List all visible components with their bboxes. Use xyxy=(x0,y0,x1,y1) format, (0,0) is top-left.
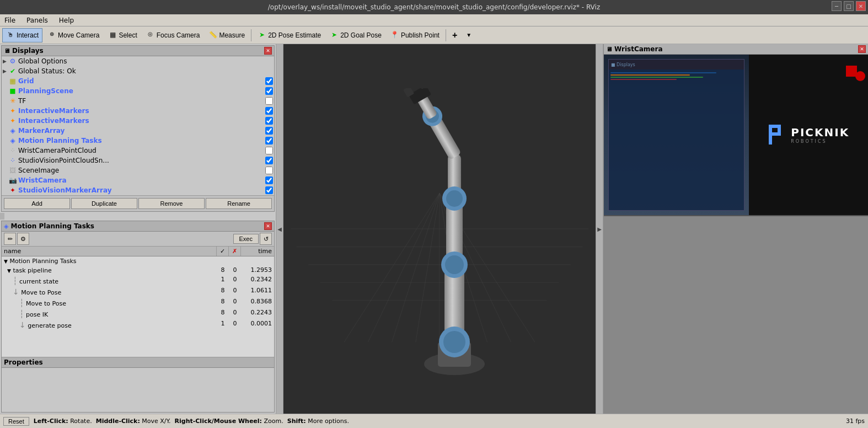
remove-button[interactable]: Remove xyxy=(138,198,205,209)
motion-icon: ◈ xyxy=(8,136,17,145)
svg-point-21 xyxy=(445,255,464,274)
col-name-header: name xyxy=(2,247,217,256)
focus-icon: ◎ xyxy=(146,31,155,40)
2d-pose-tool[interactable]: ➤ 2D Pose Estimate xyxy=(254,28,325,42)
display-item-grid[interactable]: ▦ Grid xyxy=(2,76,274,86)
minimize-button[interactable]: ─ xyxy=(832,1,842,11)
displays-panel-close[interactable]: ✕ xyxy=(264,47,272,55)
display-checkbox[interactable] xyxy=(265,117,273,125)
move-camera-tool[interactable]: ⊕ Move Camera xyxy=(44,28,103,42)
rename-button[interactable]: Rename xyxy=(206,198,272,209)
panel-collapse-handle[interactable] xyxy=(0,213,4,220)
task-row-current-state[interactable]: ┆ current state 1 0 0.2342 xyxy=(2,275,274,286)
left-collapse-arrow[interactable]: ◀ xyxy=(276,44,283,414)
task-x-val: 0 xyxy=(229,276,241,286)
display-item-marker-array[interactable]: ◈ MarkerArray xyxy=(2,126,274,136)
vision-icon: ⁘ xyxy=(8,156,17,165)
task-check-val: 8 xyxy=(217,287,229,297)
display-item-wrist-pointcloud[interactable]: ⁘ WristCameraPointCloud xyxy=(2,146,274,156)
duplicate-button[interactable]: Duplicate xyxy=(71,198,137,209)
task-edit-button[interactable]: ✏ xyxy=(4,233,16,245)
display-label: WristCameraPointCloud xyxy=(18,147,265,154)
task-time-val xyxy=(241,257,274,265)
task-check-val: 8 xyxy=(217,298,229,308)
display-item-global-options[interactable]: ▶ ⚙ Global Options xyxy=(2,56,274,66)
display-checkbox[interactable] xyxy=(265,147,273,154)
task-time-val: 0.2342 xyxy=(241,276,274,286)
task-settings-button[interactable]: ⚙ xyxy=(17,233,29,245)
interact-label: Interact xyxy=(17,31,39,39)
displays-panel: 🖥 Displays ✕ ▶ ⚙ Global Options ▶ ✔ Glob… xyxy=(1,45,275,212)
interact-tool[interactable]: 🖱 Interact xyxy=(2,28,42,42)
publish-point-label: Publish Point xyxy=(401,31,440,39)
display-checkbox[interactable] xyxy=(265,157,273,164)
task-toolbar: ✏ ⚙ Exec ↺ xyxy=(2,232,274,247)
display-checkbox[interactable] xyxy=(265,167,273,174)
display-item-planning-scene[interactable]: ■ PlanningScene xyxy=(2,86,274,96)
picknik-p-logo xyxy=(768,124,785,146)
display-checkbox[interactable] xyxy=(265,127,273,135)
picknik-subtitle: ROBOTICS xyxy=(791,139,849,144)
task-row-pose-ik[interactable]: ┆ pose IK 8 0 0.2243 xyxy=(2,308,274,319)
picknik-logo: PICKNIK ROBOTICS xyxy=(759,118,858,151)
focus-camera-tool[interactable]: ◎ Focus Camera xyxy=(142,28,204,42)
right-collapse-arrow[interactable]: ▶ xyxy=(596,44,603,414)
marker-array-icon: ✦ xyxy=(8,186,17,195)
measure-tool[interactable]: 📏 Measure xyxy=(205,28,249,42)
menu-file[interactable]: File xyxy=(2,16,18,25)
task-row-move-to-pose-1[interactable]: ↓ Move to Pose 8 0 1.0611 xyxy=(2,286,274,297)
display-checkbox[interactable] xyxy=(265,176,273,184)
display-checkbox[interactable] xyxy=(265,186,273,194)
expand-icon: ▶ xyxy=(3,58,8,64)
menu-panels[interactable]: Panels xyxy=(24,16,50,25)
display-item-interactive-markers-1[interactable]: ✦ InteractiveMarkers xyxy=(2,106,274,116)
cam-top-section: ■ Displays xyxy=(604,55,868,216)
display-item-scene-image[interactable]: 🖼 SceneImage xyxy=(2,165,274,175)
add-tool-button[interactable]: + xyxy=(448,28,461,42)
display-checkbox[interactable] xyxy=(265,137,273,145)
task-time-val: 0.0001 xyxy=(241,320,274,330)
task-row-move-to-pose-2[interactable]: ┆ Move to Pose 8 0 0.8368 xyxy=(2,297,274,308)
properties-section: Properties xyxy=(2,357,274,412)
publish-point-tool[interactable]: 📍 Publish Point xyxy=(387,28,443,42)
display-label: Grid xyxy=(18,77,265,85)
3d-viewport[interactable]: .gl{stroke:#666;stroke-width:0.5;} xyxy=(283,44,596,414)
displays-panel-icon: 🖥 xyxy=(4,47,10,55)
col-time-header: time xyxy=(241,247,274,256)
task-row-root[interactable]: ▼ Motion Planning Tasks xyxy=(2,256,274,266)
marker-icon: ✦ xyxy=(8,116,17,125)
display-checkbox[interactable] xyxy=(265,107,273,115)
display-item-motion-planning[interactable]: ◈ Motion Planning Tasks xyxy=(2,136,274,146)
display-item-global-status[interactable]: ▶ ✔ Global Status: Ok xyxy=(2,66,274,76)
array-icon: ◈ xyxy=(8,126,17,135)
task-row-generate-pose[interactable]: ↓ generate pose 1 0 0.0001 xyxy=(2,319,274,330)
task-check-val xyxy=(217,257,229,265)
display-label: PlanningScene xyxy=(18,87,265,95)
display-checkbox[interactable] xyxy=(265,77,273,85)
task-refresh-button[interactable]: ↺ xyxy=(260,233,272,245)
motion-panel-close[interactable]: ✕ xyxy=(264,222,272,230)
add-button[interactable]: Add xyxy=(4,198,70,209)
display-item-studio-vision-marker[interactable]: ✦ StudioVisionMarkerArray xyxy=(2,185,274,195)
display-item-tf[interactable]: ✳ TF xyxy=(2,96,274,106)
reset-button[interactable]: Reset xyxy=(3,417,29,426)
window-controls: ─ □ ✕ xyxy=(832,1,866,11)
2d-pose-icon: ➤ xyxy=(258,31,266,40)
maximize-button[interactable]: □ xyxy=(844,1,854,11)
wrist-camera-close[interactable]: ✕ xyxy=(858,45,866,53)
exec-button[interactable]: Exec xyxy=(233,234,259,244)
display-item-wrist-camera[interactable]: 📷 WristCamera xyxy=(2,175,274,185)
settings-dropdown[interactable]: ▼ xyxy=(462,28,475,42)
select-tool[interactable]: ▦ Select xyxy=(104,28,141,42)
display-checkbox[interactable] xyxy=(265,97,273,105)
close-button[interactable]: ✕ xyxy=(856,1,866,11)
task-row-pipeline[interactable]: ▼ task pipeline 8 0 1.2953 xyxy=(2,266,274,275)
menu-help[interactable]: Help xyxy=(57,16,76,25)
display-label: StudioVisionPointCloudSn... xyxy=(18,157,265,164)
displays-panel-header: 🖥 Displays ✕ xyxy=(2,46,274,56)
display-item-studio-vision-pointcloud[interactable]: ⁘ StudioVisionPointCloudSn... xyxy=(2,156,274,165)
task-time-val: 0.2243 xyxy=(241,309,274,319)
display-item-interactive-markers-2[interactable]: ✦ InteractiveMarkers xyxy=(2,116,274,126)
2d-goal-tool[interactable]: ➤ 2D Goal Pose xyxy=(326,28,385,42)
display-checkbox[interactable] xyxy=(265,87,273,95)
